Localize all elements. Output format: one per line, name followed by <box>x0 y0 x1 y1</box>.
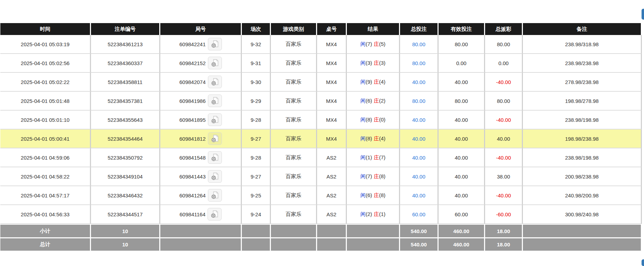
video-replay-button[interactable] <box>208 57 222 69</box>
cell-valid-bet: 0.00 <box>439 54 485 73</box>
table-row: 2025-04-01 04:59:06 522384350792 6098415… <box>0 148 642 167</box>
banker-result-label: 庄 <box>374 154 379 160</box>
cell-round-id: 609841264 <box>160 186 242 205</box>
video-replay-button[interactable] <box>208 113 222 126</box>
round-id-value: 609841164 <box>180 211 205 217</box>
video-replay-button[interactable] <box>208 170 222 183</box>
banker-result-score: (1) <box>379 211 385 217</box>
cell-remark: 278.98/238.98 <box>523 73 642 92</box>
total-bet-link[interactable]: 40.00 <box>412 174 426 180</box>
banker-result-label: 庄 <box>374 60 379 66</box>
video-replay-button[interactable] <box>208 94 222 107</box>
cell-time: 2025-04-01 04:59:06 <box>0 148 91 167</box>
cell-payout: 80.00 <box>485 92 523 111</box>
video-icon <box>211 153 219 162</box>
cell-total-bet: 40.00 <box>400 186 439 205</box>
total-bet-link[interactable]: 80.00 <box>412 98 426 104</box>
cell-round-id: 609841164 <box>160 205 242 224</box>
cell-bet-id: 522384344517 <box>91 205 160 224</box>
video-replay-button[interactable] <box>208 151 222 164</box>
total-bet-link[interactable]: 40.00 <box>412 136 426 142</box>
col-header-round-id: 局号 <box>160 23 242 35</box>
total-bet-link[interactable]: 60.00 <box>412 211 426 217</box>
cell-game-type: 百家乐 <box>271 130 317 148</box>
cell-game-type: 百家乐 <box>271 111 317 130</box>
table-row: 2025-04-01 05:03:19 522384361213 6098422… <box>0 35 642 54</box>
cell-result: 闲(7)庄(8) <box>347 167 400 186</box>
cell-remark: 238.98/198.98 <box>523 111 642 130</box>
video-icon <box>211 134 219 143</box>
cell-result: 闲(8)庄(4) <box>347 130 400 148</box>
cell-round-id: 609841895 <box>160 111 242 130</box>
total-bet-link[interactable]: 80.00 <box>412 60 426 66</box>
table-row: 2025-04-01 04:57:17 522384346432 6098412… <box>0 186 642 205</box>
cell-session: 9-27 <box>242 130 271 148</box>
total-bet-link[interactable]: 40.00 <box>412 192 426 198</box>
cell-total-bet: 40.00 <box>400 130 439 148</box>
cell-session: 9-28 <box>242 111 271 130</box>
cell-table-id: MX4 <box>317 73 347 92</box>
cell-table-id: AS2 <box>317 205 347 224</box>
video-replay-button[interactable] <box>208 132 222 145</box>
banker-result-label: 庄 <box>374 192 379 198</box>
player-result-label: 闲 <box>360 41 366 47</box>
cell-session: 9-31 <box>242 54 271 73</box>
right-edge-button-bottom[interactable] <box>642 259 644 266</box>
video-replay-button[interactable] <box>208 189 222 202</box>
right-edge-button-top[interactable] <box>642 9 644 20</box>
cell-bet-id: 522384354464 <box>91 130 160 148</box>
player-result-score: (3) <box>366 60 372 66</box>
cell-session: 9-27 <box>242 167 271 186</box>
total-bet-link[interactable]: 80.00 <box>412 41 426 47</box>
player-result-score: (1) <box>366 154 372 160</box>
cell-bet-id: 522384349104 <box>91 167 160 186</box>
banker-result-score: (8) <box>379 173 385 179</box>
cell-remark: 200.98/238.98 <box>523 167 642 186</box>
cell-remark: 198.98/238.98 <box>523 130 642 148</box>
cell-time: 2025-04-01 04:57:17 <box>0 186 91 205</box>
cell-result: 闲(7)庄(5) <box>347 35 400 54</box>
cell-payout: 40.00 <box>485 130 523 148</box>
cell-table-id: MX4 <box>317 35 347 54</box>
cell-result: 闲(6)庄(8) <box>347 186 400 205</box>
round-id-value: 609841812 <box>179 136 205 142</box>
cell-total-bet: 60.00 <box>400 205 439 224</box>
cell-bet-id: 522384358811 <box>91 73 160 92</box>
cell-bet-id: 522384350792 <box>91 148 160 167</box>
cell-round-id: 609841986 <box>160 92 242 111</box>
video-replay-button[interactable] <box>208 208 222 220</box>
banker-result-score: (4) <box>379 135 385 141</box>
cell-round-id: 609842074 <box>160 73 242 92</box>
table-row: 2025-04-01 05:01:10 522384355643 6098418… <box>0 111 642 130</box>
total-bet-link[interactable]: 40.00 <box>412 117 426 123</box>
cell-payout: 38.00 <box>485 167 523 186</box>
col-header-session: 场次 <box>242 23 271 35</box>
cell-total-bet: 40.00 <box>400 167 439 186</box>
cell-payout: -40.00 <box>485 73 523 92</box>
total-bet-link[interactable]: 40.00 <box>412 155 426 161</box>
total-valid-bet: 460.00 <box>439 237 485 251</box>
cell-total-bet: 80.00 <box>400 54 439 73</box>
cell-valid-bet: 40.00 <box>439 186 485 205</box>
cell-valid-bet: 80.00 <box>439 35 485 54</box>
cell-valid-bet: 40.00 <box>439 73 485 92</box>
round-id-value: 609841986 <box>179 98 205 104</box>
cell-payout: -40.00 <box>485 148 523 167</box>
video-replay-button[interactable] <box>208 38 222 50</box>
player-result-label: 闲 <box>360 60 366 66</box>
video-replay-button[interactable] <box>208 76 222 88</box>
cell-game-type: 百家乐 <box>271 167 317 186</box>
player-result-label: 闲 <box>360 173 366 179</box>
col-header-bet-id: 注单编号 <box>91 23 160 35</box>
cell-session: 9-29 <box>242 92 271 111</box>
cell-payout: -60.00 <box>485 205 523 224</box>
total-bet-link[interactable]: 40.00 <box>412 79 426 85</box>
col-header-payout: 总派彩 <box>485 23 523 35</box>
cell-total-bet: 40.00 <box>400 111 439 130</box>
player-result-score: (8) <box>366 117 372 122</box>
subtotal-total-bet: 540.00 <box>400 224 439 237</box>
cell-payout: 80.00 <box>485 35 523 54</box>
table-row: 2025-04-01 04:58:22 522384349104 6098414… <box>0 167 642 186</box>
total-count: 10 <box>91 237 160 251</box>
round-id-value: 609841443 <box>179 174 205 180</box>
